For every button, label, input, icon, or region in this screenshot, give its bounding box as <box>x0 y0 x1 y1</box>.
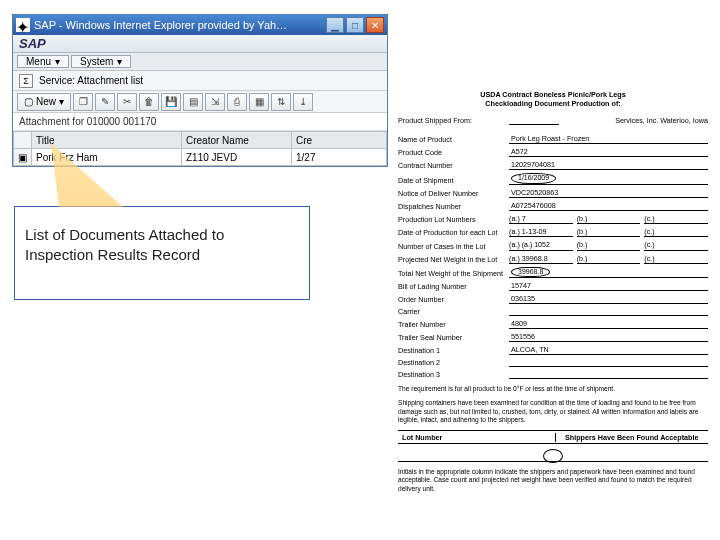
bar-left: Lot Number <box>398 433 555 442</box>
pnw-b: (b.) <box>577 254 641 264</box>
val-seal: 551556 <box>509 332 708 342</box>
menu-label: Menu <box>26 56 51 67</box>
filter-icon[interactable]: ▤ <box>183 93 203 111</box>
chevron-down-icon: ▾ <box>117 56 122 67</box>
lab-code: Product Code <box>398 148 506 157</box>
cell-creator: Z110 JEVD <box>182 149 292 166</box>
new-label: New <box>36 96 56 107</box>
val-notice: VDC20520863 <box>509 188 708 198</box>
chevron-down-icon: ▾ <box>59 96 64 107</box>
callout-line2: Inspection Results Record <box>25 245 299 265</box>
val-dest3 <box>509 370 708 379</box>
close-button[interactable]: ✕ <box>366 17 384 33</box>
col-creator[interactable]: Creator Name <box>182 132 292 149</box>
minimize-button[interactable]: ▁ <box>326 17 344 33</box>
sort-icon[interactable]: ⇅ <box>271 93 291 111</box>
cell-cre: 1/27 <box>292 149 387 166</box>
menu-menu[interactable]: Menu ▾ <box>17 55 69 68</box>
pnw-a: (a.) 39968.8 <box>509 254 573 264</box>
window-buttons: ▁ □ ✕ <box>326 17 384 33</box>
system-label: System <box>80 56 113 67</box>
print-icon[interactable]: ⎙ <box>227 93 247 111</box>
val-dest2 <box>509 358 708 367</box>
lab-notice: Notice of Deliver Number <box>398 189 506 198</box>
dop-b: (b.) <box>577 227 641 237</box>
window-title: SAP - Windows Internet Explorer provided… <box>34 19 322 31</box>
val-bol: 15747 <box>509 281 708 291</box>
scissors-icon[interactable]: ✂ <box>117 93 137 111</box>
note-initials: Initials in the appropriate column indic… <box>398 468 708 493</box>
lab-carrier: Carrier <box>398 307 506 316</box>
val-code: A572 <box>509 147 708 157</box>
sap-window: ✦ SAP - Windows Internet Explorer provid… <box>12 14 388 167</box>
lab-dest1: Destination 1 <box>398 346 506 355</box>
dop-a: (a.) 1-13-09 <box>509 227 573 237</box>
lab-pnw: Projected Net Weight in the Lot <box>398 255 506 264</box>
new-button[interactable]: ▢ New ▾ <box>17 93 71 111</box>
window-titlebar[interactable]: ✦ SAP - Windows Internet Explorer provid… <box>13 15 387 35</box>
menu-system[interactable]: System ▾ <box>71 55 131 68</box>
maximize-button[interactable]: □ <box>346 17 364 33</box>
lab-lotnum: Production Lot Numbers <box>398 215 506 224</box>
col-cre[interactable]: Cre <box>292 132 387 149</box>
brand-bar: SAP <box>13 35 387 53</box>
lab-seal: Trailer Seal Number <box>398 333 506 342</box>
trash-icon[interactable]: 🗑 <box>139 93 159 111</box>
export-icon[interactable]: ⤓ <box>293 93 313 111</box>
table-header-row: Title Creator Name Cre <box>14 132 387 149</box>
lab-shipdate: Date of Shipment <box>398 176 506 185</box>
lab-cases: Number of Cases in the Lot <box>398 242 506 251</box>
menubar: Menu ▾ System ▾ <box>13 53 387 71</box>
doc-new-icon: ▢ <box>24 96 33 107</box>
shipped-from-row: Product Shipped From: Services, Inc. Wat… <box>398 116 708 125</box>
val-contract: 12029704081 <box>509 160 708 170</box>
dop-c: (c.) <box>644 227 708 237</box>
lab-dest2: Destination 2 <box>398 358 506 367</box>
val-dest1: ALCOA, TN <box>509 345 708 355</box>
val-tnw: 39968.8 <box>509 267 708 279</box>
lab-bol: Bill of Lading Number <box>398 282 506 291</box>
cases-a: (a.) (a.) 1052 <box>509 240 573 251</box>
note-temp: The requirement is for all product to be… <box>398 385 708 393</box>
bar-right: Shippers Have Been Found Acceptable <box>555 433 709 442</box>
col-icon[interactable] <box>14 132 32 149</box>
shipped-from-value: Services, Inc. Waterloo, Iowa <box>562 116 708 125</box>
callout-line1: List of Documents Attached to <box>25 225 299 245</box>
callout-box: List of Documents Attached to Inspection… <box>14 206 310 300</box>
lab-order: Order Number <box>398 295 506 304</box>
lab-name: Name of Product <box>398 135 506 144</box>
cases-b: (b.) <box>577 240 641 251</box>
doc-title1: USDA Contract Boneless Picnic/Pork Legs <box>398 90 708 99</box>
service-row: Σ Service: Attachment list <box>13 71 387 91</box>
attachment-info: Attachment for 010000 001170 <box>13 113 387 131</box>
nav-icon[interactable]: ⇲ <box>205 93 225 111</box>
circle-mark-icon <box>543 449 563 463</box>
grid-icon[interactable]: ▦ <box>249 93 269 111</box>
note-containers: Shipping containers have been examined f… <box>398 399 708 424</box>
lab-dop: Date of Production for each Lot <box>398 228 506 237</box>
lotnum-a: (a.) 7 <box>509 214 573 224</box>
doc-copy-icon[interactable]: ❐ <box>73 93 93 111</box>
lab-dest3: Destination 3 <box>398 370 506 379</box>
toolbar: ▢ New ▾ ❐ ✎ ✂ 🗑 💾 ▤ ⇲ ⎙ ▦ ⇅ ⤓ <box>13 91 387 113</box>
lotnum-b: (b.) <box>577 214 641 224</box>
val-trailer: 4809 <box>509 319 708 329</box>
acceptance-row <box>398 448 708 462</box>
lab-tnw: Total Net Weight of the Shipment <box>398 269 506 278</box>
lotnum-c: (c.) <box>644 214 708 224</box>
val-shipdate: 1/16/2009 <box>509 173 708 185</box>
val-dispatch: A0725476008 <box>509 201 708 211</box>
acceptance-bar: Lot Number Shippers Have Been Found Acce… <box>398 430 708 444</box>
chevron-down-icon: ▾ <box>55 56 60 67</box>
row-icon: ▣ <box>14 149 32 166</box>
lab-contract: Contract Number <box>398 161 506 170</box>
doc-title2: Checkloading Document Production of: <box>398 99 708 108</box>
doc-title: USDA Contract Boneless Picnic/Pork Legs … <box>398 90 708 108</box>
ie-icon: ✦ <box>16 18 30 32</box>
val-order: 036135 <box>509 294 708 304</box>
pencil-icon[interactable]: ✎ <box>95 93 115 111</box>
lab-trailer: Trailer Number <box>398 320 506 329</box>
pnw-c: (c.) <box>644 254 708 264</box>
save-icon[interactable]: 💾 <box>161 93 181 111</box>
sap-brand: SAP <box>19 36 46 51</box>
